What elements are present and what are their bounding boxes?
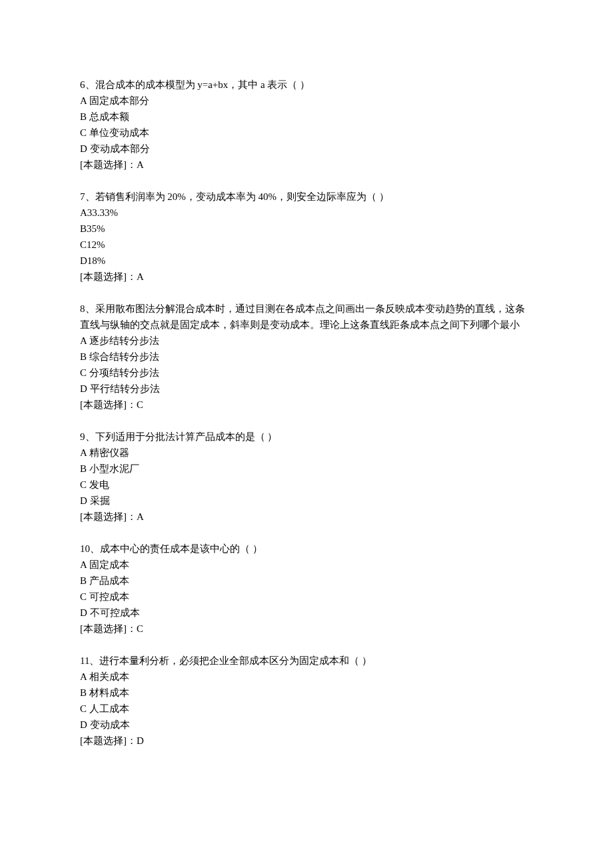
question-text-content: 进行本量利分析，必须把企业全部成本区分为固定成本和（ ） — [99, 655, 372, 666]
option-a: A 精密仪器 — [80, 445, 533, 461]
answer-value: A — [137, 511, 144, 522]
option-d: D 变动成本部分 — [80, 141, 533, 157]
answer-label: [本题选择]： — [80, 735, 137, 746]
question-number: 6 — [80, 79, 85, 90]
option-c: C 人工成本 — [80, 701, 533, 717]
question-number: 10 — [80, 543, 90, 554]
option-a: A 相关成本 — [80, 669, 533, 685]
answer-value: A — [137, 159, 144, 170]
question-stem: 6、混合成本的成本模型为 y=a+bx，其中 a 表示（ ） — [80, 77, 533, 93]
answer-line: [本题选择]：A — [80, 509, 533, 525]
answer-label: [本题选择]： — [80, 271, 137, 282]
option-a: A 固定成本部分 — [80, 93, 533, 109]
question-block: 7、若销售利润率为 20%，变动成本率为 40%，则安全边际率应为（ ） A33… — [80, 189, 533, 285]
question-block: 9、下列适用于分批法计算产品成本的是（ ） A 精密仪器 B 小型水泥厂 C 发… — [80, 429, 533, 525]
question-text-content: 采用散布图法分解混合成本时，通过目测在各成本点之间画出一条反映成本变动趋势的直线… — [80, 303, 525, 330]
option-c: C12% — [80, 237, 533, 253]
option-c: C 可控成本 — [80, 589, 533, 605]
document-page: 6、混合成本的成本模型为 y=a+bx，其中 a 表示（ ） A 固定成本部分 … — [0, 0, 613, 868]
option-b: B 综合结转分步法 — [80, 349, 533, 365]
option-d: D 采掘 — [80, 493, 533, 509]
question-block: 8、采用散布图法分解混合成本时，通过目测在各成本点之间画出一条反映成本变动趋势的… — [80, 301, 533, 413]
option-b: B 总成本额 — [80, 109, 533, 125]
answer-line: [本题选择]：C — [80, 397, 533, 413]
option-b: B 小型水泥厂 — [80, 461, 533, 477]
answer-label: [本题选择]： — [80, 399, 137, 410]
answer-value: A — [137, 271, 144, 282]
question-number: 9 — [80, 431, 85, 442]
question-stem: 11、进行本量利分析，必须把企业全部成本区分为固定成本和（ ） — [80, 653, 533, 669]
option-c: C 单位变动成本 — [80, 125, 533, 141]
question-block: 11、进行本量利分析，必须把企业全部成本区分为固定成本和（ ） A 相关成本 B… — [80, 653, 533, 749]
question-number: 8 — [80, 303, 85, 314]
question-number: 11 — [80, 655, 89, 666]
question-stem: 9、下列适用于分批法计算产品成本的是（ ） — [80, 429, 533, 445]
question-stem: 7、若销售利润率为 20%，变动成本率为 40%，则安全边际率应为（ ） — [80, 189, 533, 205]
option-a: A33.33% — [80, 205, 533, 221]
answer-line: [本题选择]：C — [80, 621, 533, 637]
question-stem: 10、成本中心的责任成本是该中心的（ ） — [80, 541, 533, 557]
question-text-content: 成本中心的责任成本是该中心的（ ） — [100, 543, 263, 554]
question-block: 6、混合成本的成本模型为 y=a+bx，其中 a 表示（ ） A 固定成本部分 … — [80, 77, 533, 173]
answer-line: [本题选择]：D — [80, 733, 533, 749]
answer-label: [本题选择]： — [80, 511, 137, 522]
answer-line: [本题选择]：A — [80, 269, 533, 285]
answer-label: [本题选择]： — [80, 159, 137, 170]
question-number: 7 — [80, 191, 85, 202]
question-text-content: 混合成本的成本模型为 y=a+bx，其中 a 表示（ ） — [95, 79, 310, 90]
option-d: D18% — [80, 253, 533, 269]
option-c: C 分项结转分步法 — [80, 365, 533, 381]
option-b: B35% — [80, 221, 533, 237]
option-c: C 发电 — [80, 477, 533, 493]
answer-label: [本题选择]： — [80, 623, 137, 634]
question-text-content: 下列适用于分批法计算产品成本的是（ ） — [95, 431, 278, 442]
question-stem: 8、采用散布图法分解混合成本时，通过目测在各成本点之间画出一条反映成本变动趋势的… — [80, 301, 533, 333]
option-b: B 产品成本 — [80, 573, 533, 589]
answer-value: D — [137, 735, 144, 746]
option-b: B 材料成本 — [80, 685, 533, 701]
option-d: D 不可控成本 — [80, 605, 533, 621]
option-d: D 平行结转分步法 — [80, 381, 533, 397]
option-a: A 固定成本 — [80, 557, 533, 573]
option-a: A 逐步结转分步法 — [80, 333, 533, 349]
answer-value: C — [137, 623, 143, 634]
option-d: D 变动成本 — [80, 717, 533, 733]
question-block: 10、成本中心的责任成本是该中心的（ ） A 固定成本 B 产品成本 C 可控成… — [80, 541, 533, 637]
answer-value: C — [137, 399, 143, 410]
question-text-content: 若销售利润率为 20%，变动成本率为 40%，则安全边际率应为（ ） — [95, 191, 389, 202]
answer-line: [本题选择]：A — [80, 157, 533, 173]
